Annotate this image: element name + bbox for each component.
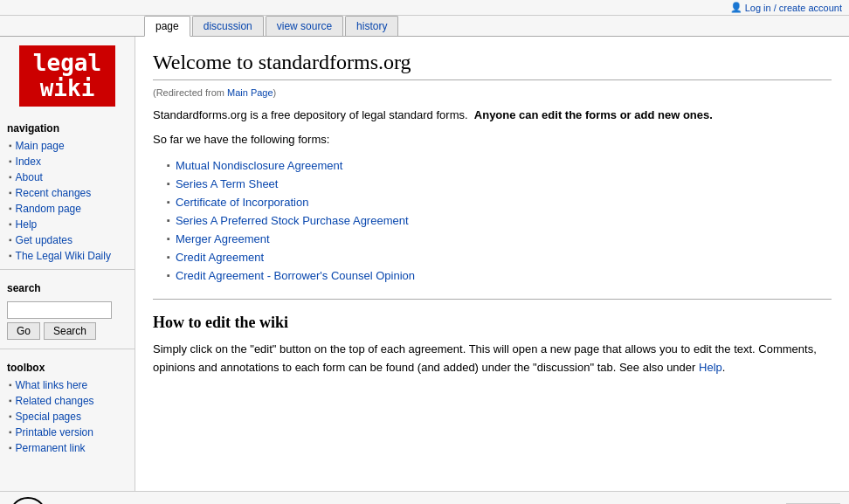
sidebar-item-permanent-link[interactable]: Permanent link (0, 440, 135, 456)
search-buttons: Go Search (7, 322, 128, 340)
footer: PUBLIC DOMAIN This page was last modifie… (0, 491, 849, 504)
list-item: Merger Agreement (167, 230, 832, 248)
form-link-certificate-of-incorporation[interactable]: Certificate of Incorporation (176, 196, 308, 209)
sidebar-item-index[interactable]: Index (0, 154, 135, 169)
sidebar: legalwiki navigation Main page Index Abo… (0, 37, 135, 491)
sidebar-item-about[interactable]: About (0, 169, 135, 185)
site-logo: legalwiki (19, 45, 115, 107)
toolbox-section-title: toolbox (0, 355, 135, 377)
form-link-mutual-nda[interactable]: Mutual Nondisclosure Agreement (176, 159, 343, 172)
list-item: Mutual Nondisclosure Agreement (167, 156, 832, 175)
redirect-note: (Redirected from Main Page) (153, 87, 832, 98)
redirect-prefix: Redirected from (156, 87, 224, 98)
sidebar-item-special-pages[interactable]: Special pages (0, 409, 135, 425)
intro-bold: Anyone can edit the forms or add new one… (474, 108, 713, 121)
intro-prefix: Standardforms.org is a free depository o… (153, 108, 468, 121)
search-input[interactable] (7, 301, 112, 319)
sidebar-item-printable-version[interactable]: Printable version (0, 425, 135, 440)
toolbox-divider (0, 349, 135, 349)
form-link-merger-agreement[interactable]: Merger Agreement (176, 232, 270, 245)
pd-icon: PUBLIC DOMAIN (9, 497, 47, 504)
list-item: Certificate of Incorporation (167, 193, 832, 211)
forms-intro: So far we have the following forms: (153, 131, 832, 148)
sidebar-item-related-changes[interactable]: Related changes (0, 393, 135, 409)
search-button[interactable]: Search (44, 322, 96, 340)
tab-history[interactable]: history (345, 16, 398, 36)
page-title: Welcome to standardforms.org (153, 51, 832, 80)
login-link[interactable]: Log in / create account (745, 3, 842, 13)
top-bar: 👤 Log in / create account (0, 0, 849, 16)
user-icon: 👤 (730, 2, 742, 13)
how-to-title: How to edit the wiki (153, 314, 832, 332)
form-link-credit-agreement-borrowers[interactable]: Credit Agreement - Borrower's Counsel Op… (176, 269, 415, 282)
intro-text: Standardforms.org is a free depository o… (153, 107, 832, 124)
how-to-text: Simply click on the "edit" button on the… (153, 341, 832, 377)
nav-section-title: navigation (0, 115, 135, 138)
tab-discussion[interactable]: discussion (192, 16, 264, 36)
help-link[interactable]: Help (699, 361, 722, 374)
sidebar-item-legal-wiki-daily[interactable]: The Legal Wiki Daily (0, 248, 135, 264)
tab-view-source[interactable]: view source (266, 16, 343, 36)
sidebar-item-what-links-here[interactable]: What links here (0, 377, 135, 393)
list-item: Series A Preferred Stock Purchase Agreem… (167, 211, 832, 230)
sidebar-item-random-page[interactable]: Random page (0, 201, 135, 217)
nav-divider (0, 269, 135, 270)
go-button[interactable]: Go (7, 322, 40, 340)
form-link-series-a-term-sheet[interactable]: Series A Term Sheet (176, 177, 279, 190)
redirect-link[interactable]: Main Page (227, 87, 273, 98)
tab-page[interactable]: page (144, 16, 190, 37)
list-item: Series A Term Sheet (167, 175, 832, 193)
sidebar-item-recent-changes[interactable]: Recent changes (0, 185, 135, 201)
section-divider (153, 299, 832, 300)
list-item: Credit Agreement - Borrower's Counsel Op… (167, 266, 832, 285)
sidebar-item-help[interactable]: Help (0, 217, 135, 232)
search-section-title: search (0, 275, 135, 298)
list-item: Credit Agreement (167, 248, 832, 266)
layout: legalwiki navigation Main page Index Abo… (0, 37, 849, 491)
sidebar-item-main-page[interactable]: Main page (0, 138, 135, 154)
logo-container: legalwiki (0, 45, 135, 107)
forms-list: Mutual Nondisclosure Agreement Series A … (167, 156, 832, 285)
main-content: Welcome to standardforms.org (Redirected… (135, 37, 849, 491)
how-to-end: . (722, 361, 726, 374)
tabs-bar: page discussion view source history (0, 16, 849, 37)
search-box: Go Search (0, 298, 135, 343)
sidebar-item-get-updates[interactable]: Get updates (0, 232, 135, 248)
form-link-series-a-preferred-stock[interactable]: Series A Preferred Stock Purchase Agreem… (176, 214, 409, 227)
form-link-credit-agreement[interactable]: Credit Agreement (176, 251, 264, 264)
logo-text: legalwiki (33, 51, 101, 100)
pd-logo: PUBLIC DOMAIN (9, 497, 87, 504)
